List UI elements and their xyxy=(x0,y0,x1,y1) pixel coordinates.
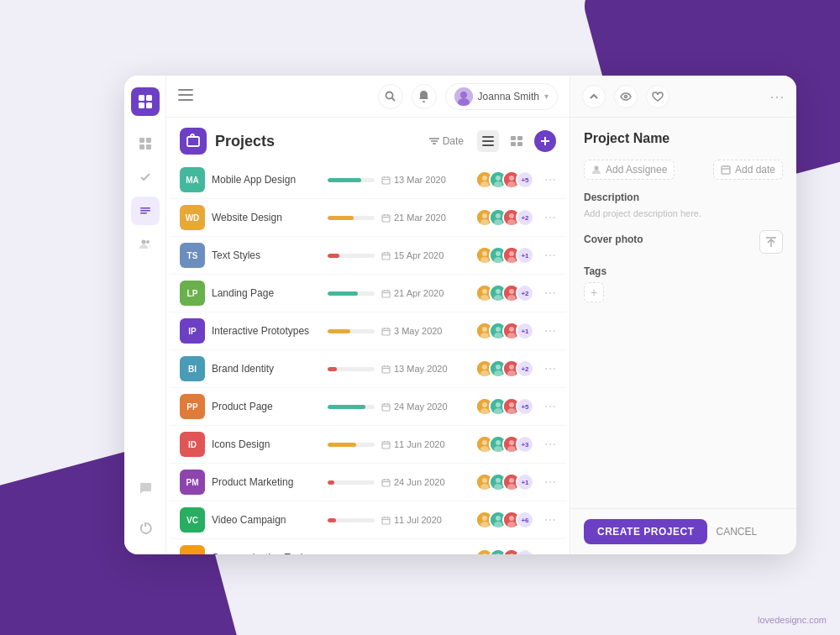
table-row[interactable]: MAMobile App Design13 Mar 2020+5⋯ xyxy=(170,161,566,199)
svg-rect-1 xyxy=(146,95,152,101)
date-cell: 24 May 2020 xyxy=(381,401,465,412)
table-row[interactable]: TSText Styles15 Apr 2020+1⋯ xyxy=(170,237,566,275)
svg-point-134 xyxy=(496,440,501,445)
progress-bar xyxy=(328,178,361,182)
row-more-icon[interactable]: ⋯ xyxy=(544,438,556,451)
progress-bar-container xyxy=(328,480,375,485)
avatar-count: +6 xyxy=(516,511,534,529)
date-text: 24 Jun 2020 xyxy=(394,477,445,487)
svg-point-95 xyxy=(496,327,501,332)
user-chevron-icon: ▾ xyxy=(544,92,549,101)
rp-cover-field: Cover photo xyxy=(584,230,783,254)
progress-bar-container xyxy=(328,518,375,522)
project-name: Icons Design xyxy=(212,438,321,450)
rp-more-icon[interactable]: ⋯ xyxy=(769,87,785,106)
svg-point-82 xyxy=(496,289,501,294)
add-date-button[interactable]: Add date xyxy=(713,160,783,180)
avatar-count: +1 xyxy=(516,322,534,340)
progress-bar-container xyxy=(328,367,375,371)
sidebar-item-projects[interactable] xyxy=(131,197,160,225)
rp-heart-icon[interactable] xyxy=(646,85,669,108)
cancel-button[interactable]: CANCEL xyxy=(716,526,757,538)
description-label: Description xyxy=(584,192,783,203)
sidebar-item-dashboard[interactable] xyxy=(131,129,160,158)
table-row[interactable]: CTCommunication Tool21 Jul 2020+2⋯ xyxy=(170,539,566,554)
row-more-icon[interactable]: ⋯ xyxy=(544,400,556,413)
table-row[interactable]: WDWebsite Design21 Mar 2020+2⋯ xyxy=(170,199,566,237)
rp-eye-icon[interactable] xyxy=(614,85,638,108)
svg-rect-13 xyxy=(178,89,193,91)
svg-rect-0 xyxy=(139,95,144,101)
table-row[interactable]: IDIcons Design11 Jun 2020+3⋯ xyxy=(170,426,566,464)
table-row[interactable]: BIBrand Identity13 May 2020+2⋯ xyxy=(170,350,566,388)
progress-bar xyxy=(328,254,339,258)
row-more-icon[interactable]: ⋯ xyxy=(544,475,556,489)
table-row[interactable]: PMProduct Marketing24 Jun 2020+1⋯ xyxy=(170,464,566,501)
progress-bar-container xyxy=(328,291,375,296)
avatar-count: +5 xyxy=(516,171,534,189)
add-tag-button[interactable]: + xyxy=(584,282,604,302)
date-cell: 11 Jul 2020 xyxy=(381,515,465,525)
avatar-count: +1 xyxy=(516,246,534,265)
add-assignee-button[interactable]: Add Assignee xyxy=(584,160,675,180)
sidebar-item-chat[interactable] xyxy=(131,474,160,502)
projects-header: Projects Date xyxy=(166,118,570,161)
grid-view-button[interactable] xyxy=(506,130,528,152)
svg-line-17 xyxy=(392,98,396,102)
create-project-button[interactable]: CREATE PROJECT xyxy=(584,519,707,544)
svg-rect-10 xyxy=(140,213,147,214)
row-more-icon[interactable]: ⋯ xyxy=(544,211,556,224)
project-name: Product Page xyxy=(212,401,321,412)
svg-point-147 xyxy=(496,478,501,483)
description-placeholder[interactable]: Add project description here. xyxy=(584,208,783,218)
list-view-button[interactable] xyxy=(477,130,499,152)
add-project-button[interactable] xyxy=(534,130,556,152)
filter-button[interactable]: Date xyxy=(423,132,470,150)
svg-rect-29 xyxy=(511,136,516,140)
sidebar-item-tasks[interactable] xyxy=(131,163,160,192)
avatar-count: +2 xyxy=(516,208,534,227)
rp-field-row: Add Assignee Add date xyxy=(584,160,783,180)
progress-bar xyxy=(328,405,365,409)
svg-point-118 xyxy=(482,402,487,407)
date-text: 3 May 2020 xyxy=(394,326,442,336)
table-row[interactable]: VCVideo Campaign11 Jul 2020+6⋯ xyxy=(170,501,566,539)
row-more-icon[interactable]: ⋯ xyxy=(544,362,556,375)
sidebar-logo[interactable] xyxy=(131,87,160,116)
sidebar-item-team[interactable] xyxy=(131,230,160,259)
svg-point-144 xyxy=(482,478,487,483)
avatars-group: +2 xyxy=(475,548,534,554)
row-more-icon[interactable]: ⋯ xyxy=(544,173,556,186)
row-more-icon[interactable]: ⋯ xyxy=(544,551,556,554)
row-more-icon[interactable]: ⋯ xyxy=(544,249,556,262)
sidebar-item-power[interactable] xyxy=(131,514,160,543)
rp-up-icon[interactable] xyxy=(582,85,606,108)
row-more-icon[interactable]: ⋯ xyxy=(544,286,556,300)
svg-point-79 xyxy=(482,289,487,294)
svg-point-20 xyxy=(460,92,467,98)
svg-point-105 xyxy=(482,365,487,370)
progress-bar xyxy=(328,518,336,522)
svg-point-108 xyxy=(496,365,501,370)
svg-point-53 xyxy=(482,213,487,218)
table-row[interactable]: PPProduct Page24 May 2020+5⋯ xyxy=(170,388,566,426)
app-container: Joanna Smith ▾ Projects xyxy=(124,76,796,554)
project-badge: LP xyxy=(180,281,205,306)
page-title: Projects xyxy=(215,133,275,150)
upload-cover-button[interactable] xyxy=(759,230,783,254)
date-text: 13 Mar 2020 xyxy=(394,175,446,185)
progress-bar-container xyxy=(328,216,375,220)
search-button[interactable] xyxy=(378,84,403,109)
table-row[interactable]: LPLanding Page21 Apr 2020+2⋯ xyxy=(170,275,566,312)
svg-rect-31 xyxy=(511,142,516,146)
user-menu[interactable]: Joanna Smith ▾ xyxy=(445,83,558,110)
table-row[interactable]: IPInteractive Prototypes3 May 2020+1⋯ xyxy=(170,312,566,350)
menu-icon[interactable] xyxy=(178,89,193,104)
progress-bar-container xyxy=(328,178,375,182)
svg-point-160 xyxy=(496,516,501,521)
project-name: Video Campaign xyxy=(212,514,321,526)
project-name: Brand Identity xyxy=(212,363,321,375)
row-more-icon[interactable]: ⋯ xyxy=(544,513,556,527)
notifications-button[interactable] xyxy=(412,84,437,109)
row-more-icon[interactable]: ⋯ xyxy=(544,324,556,338)
